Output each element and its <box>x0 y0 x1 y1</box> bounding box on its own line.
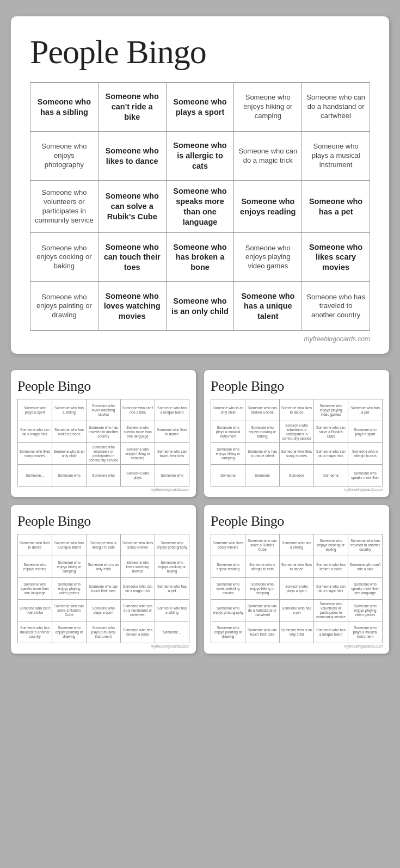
table-row: Someone who has a pet <box>280 600 314 621</box>
table-row: Someone who plays a sport <box>348 421 383 443</box>
table-row: Someone who has a pet <box>348 399 383 421</box>
table-row: Someone who enjoys playing video games <box>234 233 302 282</box>
table-row: Someone who has broken a bone <box>314 556 348 578</box>
small-bingo-table-3: Someone who likes to danceSomeone who ha… <box>17 534 189 643</box>
main-title: People Bingo <box>30 33 370 71</box>
table-row: Someone who likes scary movies <box>121 534 155 556</box>
table-row: Someone who can do a handstand or cartwh… <box>245 600 280 621</box>
table-row: Someone who likes scary movies <box>302 233 370 282</box>
small-card-3: People Bingo Someone who likes to danceS… <box>11 505 196 654</box>
table-row: Someone who can touch their toes <box>87 578 121 600</box>
table-row: Someone who has a unique talent <box>52 534 87 556</box>
table-row: Someone who is an only child <box>87 556 121 578</box>
table-row: Someone who can do a magic trick <box>314 443 348 465</box>
table-row: Someone who plays a sport <box>166 83 234 132</box>
table-row: Someone who has broken a bone <box>166 233 234 282</box>
table-row: Someone who volunteers or participates i… <box>314 600 348 621</box>
table-row: Someone who enjoys hiking or camping <box>211 443 245 465</box>
table-row: Someone who <box>87 465 121 487</box>
table-row: Someone who <box>155 465 189 487</box>
table-row: Someone who speaks more than one languag… <box>121 421 155 443</box>
table-row: Someone who can touch their toes <box>98 233 166 282</box>
table-row: Someone who has a sibling <box>155 600 189 621</box>
table-row: Someone who has a sibling <box>52 399 87 421</box>
table-row: Someone who can do a magic trick <box>314 578 348 600</box>
table-row: Someone who likes to dance <box>18 534 52 556</box>
table-row: Someone who can't ride a bike <box>121 399 155 421</box>
table-row: Someone who can do a handstand or cartwh… <box>121 600 155 621</box>
table-row: Someone who plays a sport <box>87 600 121 621</box>
table-row: Someone... <box>155 621 189 643</box>
main-watermark: myfreebingocards.com <box>30 335 370 343</box>
table-row: Someone who can do a handstand or cartwh… <box>302 83 370 132</box>
table-row: Someone who loves watching movies <box>87 399 121 421</box>
bottom-small-cards-row: People Bingo Someone who likes to danceS… <box>11 505 389 654</box>
table-row: Someone who has traveled to another coun… <box>302 282 370 331</box>
small-card-3-title: People Bingo <box>17 513 189 530</box>
small-card-2-title: People Bingo <box>211 378 383 395</box>
table-row: Someone who plays a sport <box>18 399 52 421</box>
small-card-2: People Bingo Someone who is an only chil… <box>204 370 389 497</box>
table-row: Someone who has broken a bone <box>245 399 280 421</box>
small-bingo-table-4: Someone who likes scary moviesSomeone wh… <box>211 534 383 643</box>
small-bingo-table-1: Someone who plays a sportSomeone who has… <box>17 399 189 487</box>
small-bingo-table-2: Someone who is an only childSomeone who … <box>211 399 383 487</box>
table-row: Someone who speaks more than one languag… <box>166 181 234 233</box>
table-row: Someone who has a pet <box>155 578 189 600</box>
table-row: Someone who is allergic to cats <box>87 534 121 556</box>
main-bingo-card: People Bingo Someone who has a siblingSo… <box>11 16 389 354</box>
table-row: Someone who has a unique talent <box>314 621 348 643</box>
table-row: Someone who enjoys reading <box>18 556 52 578</box>
table-row: Someone who is allergic to cats <box>348 443 383 465</box>
table-row: Someone who enjoys painting or drawing <box>52 621 87 643</box>
table-row: Someone who has a unique talent <box>245 443 280 465</box>
table-row: Someone who can solve a Rubik's Cube <box>52 600 87 621</box>
table-row: Someone who is allergic to cats <box>245 556 280 578</box>
table-row: Someone who has a unique talent <box>234 282 302 331</box>
main-bingo-table: Someone who has a siblingSomeone who can… <box>30 82 370 331</box>
small-card-1: People Bingo Someone who plays a sportSo… <box>11 370 196 497</box>
table-row: Someone who enjoys reading <box>211 556 245 578</box>
table-row: Someone who plays <box>121 465 155 487</box>
table-row: Someone who loves watching movies <box>98 282 166 331</box>
table-row: Someone who can do a magic trick <box>18 421 52 443</box>
table-row: Someone who enjoys cooking or baking <box>155 556 189 578</box>
table-row: Someone who can solve a Rubik's Cube <box>245 534 280 556</box>
table-row: Someone who can solve a Rubik's Cube <box>314 421 348 443</box>
table-row: Someone who speaks more than <box>348 465 383 487</box>
table-row: Someone who enjoys hiking or camping <box>234 83 302 132</box>
table-row: Someone who enjoys playing video games <box>314 399 348 421</box>
table-row: Someone who speaks more than one languag… <box>18 578 52 600</box>
table-row: Someone who likes scary movies <box>18 443 52 465</box>
table-row: Someone who can't ride a bike <box>98 83 166 132</box>
table-row: Someone who enjoys photography <box>30 132 99 181</box>
table-row: Someone who is an only child <box>280 621 314 643</box>
table-row: Someone who can't ride a bike <box>348 556 383 578</box>
table-row: Someone who has a sibling <box>30 83 99 132</box>
table-row: Someone who loves watching movies <box>211 578 245 600</box>
table-row: Someone who plays a musical instrument <box>211 421 245 443</box>
table-row: Someone who can't ride a bike <box>18 600 52 621</box>
small-watermark-4: myfreebingocards.com <box>211 644 383 648</box>
table-row: Someone who likes to dance <box>280 556 314 578</box>
table-row: Someone who can do a magic trick <box>121 578 155 600</box>
table-row: Someone who likes to dance <box>98 132 166 181</box>
table-row: Someone who enjoys photography <box>211 600 245 621</box>
table-row: Someone who enjoys cooking or baking <box>314 534 348 556</box>
table-row: Someone who <box>52 465 87 487</box>
table-row: Someone who enjoys playing video games <box>348 600 383 621</box>
table-row: Someone who has a unique talent <box>155 399 189 421</box>
table-row: Someone who enjoys hiking or camping <box>121 443 155 465</box>
table-row: Someone <box>245 465 280 487</box>
table-row: Someone <box>211 465 245 487</box>
table-row: Someone who has broken a bone <box>121 621 155 643</box>
top-small-cards-row: People Bingo Someone who plays a sportSo… <box>11 370 389 497</box>
table-row: Someone who plays a musical instrument <box>348 621 383 643</box>
table-row: Someone who likes to dance <box>155 421 189 443</box>
table-row: Someone who has a pet <box>302 181 370 233</box>
table-row: Someone who volunteers or participates i… <box>280 421 314 443</box>
table-row: Someone who volunteers or participates i… <box>87 443 121 465</box>
table-row: Someone who can touch their toes <box>245 621 280 643</box>
table-row: Someone who likes to dance <box>280 399 314 421</box>
table-row: Someone who enjoys hiking or camping <box>245 578 280 600</box>
